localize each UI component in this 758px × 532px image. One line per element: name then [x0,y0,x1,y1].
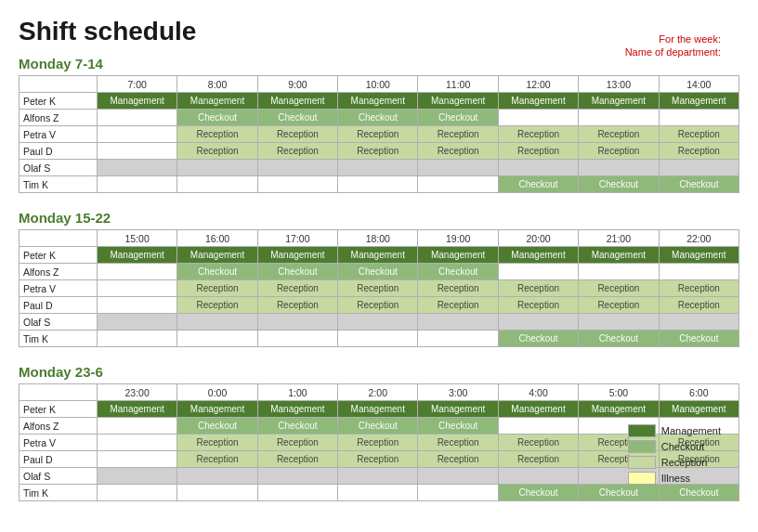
shift-cell: Reception [177,297,257,314]
shift-cell: Reception [257,451,337,468]
shift-cell: Checkout [498,485,578,501]
shift-cell: Reception [498,280,578,297]
shift-cell: Reception [338,280,418,297]
table-row: Peter KManagementManagementManagementMan… [20,93,739,110]
employee-name: Paul D [20,451,98,468]
hour-header: 16:00 [177,230,257,247]
header-name-col [20,384,98,401]
shift-cell [338,314,418,331]
shift-cell: Reception [418,297,498,314]
table-row: Paul DReceptionReceptionReceptionRecepti… [20,143,739,160]
employee-name: Paul D [20,143,98,160]
shift-cell: Checkout [498,331,578,347]
shift-cell [498,418,578,435]
shift-cell [257,314,337,331]
schedule-section-afternoon: Monday 15-2215:0016:0017:0018:0019:0020:… [19,210,739,347]
employee-name: Olaf S [20,468,98,485]
employee-name: Alfons Z [20,264,98,280]
shift-cell [659,314,738,331]
table-row: Tim KCheckoutCheckoutCheckout [20,176,739,193]
shift-cell: Checkout [257,418,337,435]
shift-cell [257,485,337,501]
shift-cell [418,314,498,331]
table-row: Petra VReceptionReceptionReceptionRecept… [20,280,739,297]
shift-cell: Reception [257,435,337,451]
shift-cell: Management [177,93,257,110]
shift-cell [177,331,257,347]
shift-cell: Checkout [579,176,659,193]
shift-cell: Management [659,93,738,110]
shift-cell: Reception [579,280,659,297]
shift-cell: Reception [177,451,257,468]
shift-cell: Reception [579,297,659,314]
employee-name: Petra V [20,126,98,143]
shift-cell [97,143,176,160]
shift-cell [97,314,176,331]
shift-cell [338,176,418,193]
shift-cell [177,485,257,501]
shift-cell [498,110,578,126]
shift-cell [257,160,337,176]
shift-cell: Checkout [177,264,257,280]
shift-cell [659,160,738,176]
shift-cell: Reception [418,143,498,160]
shift-cell: Checkout [579,485,659,501]
table-row: Alfons ZCheckoutCheckoutCheckoutCheckout [20,264,739,280]
shift-cell: Management [97,401,176,418]
hour-header: 11:00 [418,76,498,93]
shift-cell: Reception [338,451,418,468]
hour-header: 7:00 [97,76,176,93]
schedule-section-morning: Monday 7-147:008:009:0010:0011:0012:0013… [19,56,739,193]
shift-cell: Reception [177,126,257,143]
table-row: Olaf S [20,160,739,176]
shift-cell: Reception [257,280,337,297]
shift-cell [97,418,176,435]
shift-cell: Checkout [338,264,418,280]
employee-name: Petra V [20,280,98,297]
shift-cell: Management [338,401,418,418]
hour-header: 17:00 [257,230,337,247]
hour-header: 13:00 [579,76,659,93]
shift-cell [418,468,498,485]
shift-cell: Reception [257,143,337,160]
employee-name: Olaf S [20,160,98,176]
shift-cell: Checkout [338,418,418,435]
employee-name: Tim K [20,485,98,501]
shift-cell [97,160,176,176]
shift-cell [97,468,176,485]
employee-name: Tim K [20,331,98,347]
shift-cell: Reception [418,126,498,143]
shift-cell: Management [418,93,498,110]
shift-cell: Checkout [257,264,337,280]
table-row: Tim KCheckoutCheckoutCheckout [20,331,739,347]
shift-cell [579,160,659,176]
table-row: Alfons ZCheckoutCheckoutCheckoutCheckout [20,110,739,126]
shift-cell: Management [498,401,578,418]
shift-cell [659,264,738,280]
employee-name: Peter K [20,247,98,264]
shift-cell: Reception [338,126,418,143]
shift-cell [498,314,578,331]
shift-cell [97,435,176,451]
employee-name: Peter K [20,93,98,110]
shift-cell [97,264,176,280]
legend-label-illness: Illness [661,473,690,484]
shift-cell [177,314,257,331]
shift-cell: Checkout [579,331,659,347]
shift-cell: Management [177,247,257,264]
shift-cell: Checkout [659,331,738,347]
shift-cell: Reception [579,143,659,160]
shift-cell [579,110,659,126]
legend-color-checkout [628,440,656,453]
hour-header: 5:00 [579,384,659,401]
table-row: Olaf S [20,314,739,331]
section-title-afternoon: Monday 15-22 [19,210,739,226]
shift-cell: Reception [659,143,738,160]
shift-cell: Management [257,401,337,418]
hour-header: 23:00 [97,384,176,401]
shift-cell [338,485,418,501]
shift-cell: Checkout [498,176,578,193]
shift-cell [579,314,659,331]
table-row: Peter KManagementManagementManagementMan… [20,247,739,264]
shift-cell: Management [97,247,176,264]
